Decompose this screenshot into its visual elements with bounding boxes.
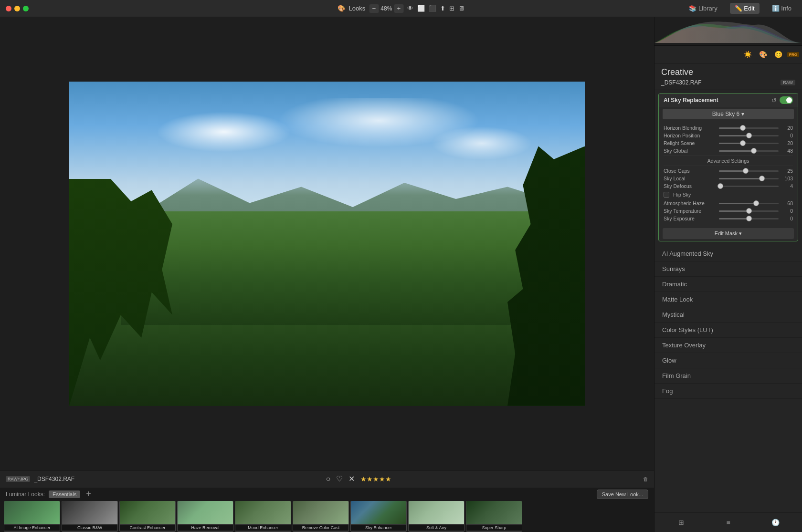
slider-thumb-sky-local[interactable] <box>759 176 765 181</box>
panel-raw-badge: RAW <box>781 80 795 85</box>
foreground-trees-left <box>69 179 172 406</box>
slider-track-sky-local[interactable] <box>719 178 779 179</box>
slider-value-sky-temperature: 0 <box>781 208 793 214</box>
filmstrip-area: RAW+JPG _DSF4302.RAF ○ ♡ ✕ ★★★★★ 🗑 Lumin… <box>0 470 654 532</box>
eye-icon[interactable]: 👁 <box>407 5 413 12</box>
section-list-item-sunrays[interactable]: Sunrays <box>654 261 802 277</box>
slider-fill-atmospheric-haze <box>719 203 756 204</box>
histogram <box>654 17 802 46</box>
slider-track-sky-defocus[interactable] <box>719 186 779 187</box>
minimize-button[interactable] <box>14 6 20 11</box>
add-looks-button[interactable]: + <box>84 489 93 499</box>
filmstrip-meta-left: RAW+JPG _DSF4302.RAF <box>6 476 74 482</box>
trash-icon[interactable]: 🗑 <box>643 476 648 482</box>
slider-value-sky-defocus: 4 <box>781 183 793 189</box>
filmstrip-item-remove-color-cast[interactable]: Remove Color Cast <box>293 501 349 532</box>
slider-track-relight-scene[interactable] <box>719 143 779 144</box>
history-icon-btn[interactable]: 🕐 <box>769 516 782 529</box>
filmstrip-thumb-bw <box>62 501 117 524</box>
slider-close-gaps: Close Gaps 25 <box>664 168 793 174</box>
maximize-button[interactable] <box>23 6 29 11</box>
slider-thumb-horizon-position[interactable] <box>746 133 752 138</box>
filmstrip-item-ai-image-enhancer[interactable]: AI Image Enhancer <box>4 501 60 532</box>
filmstrip-label-5: Remove Color Cast <box>293 525 348 531</box>
slider-thumb-sky-defocus[interactable] <box>718 183 723 189</box>
zoom-out-button[interactable]: − <box>369 4 379 13</box>
sliders-icon-btn[interactable]: ≡ <box>722 516 735 529</box>
section-list-item-fog[interactable]: Fog <box>654 384 802 399</box>
filmstrip-label-2: Contrast Enhancer <box>120 525 175 531</box>
tab-library[interactable]: 📚 Library <box>684 3 722 14</box>
sky-toggle-button[interactable] <box>780 96 793 104</box>
x-icon[interactable]: ✕ <box>348 474 355 483</box>
filmstrip-thumb-7 <box>409 501 464 524</box>
titlebar-right: 📚 Library ✏️ Edit ℹ️ Info <box>684 3 796 14</box>
titlebar: 🎨 Looks − 48% + 👁 ⬜ ⬛ ⬆ ⊞ 🖥 📚 Library ✏️… <box>0 0 802 17</box>
section-list-item-mystical[interactable]: Mystical <box>654 307 802 323</box>
heart-icon[interactable]: ♡ <box>336 474 343 483</box>
sky-panel-icons: ↺ <box>771 96 793 104</box>
zoom-in-button[interactable]: + <box>394 4 403 13</box>
filmstrip-item-super-sharp[interactable]: Super Sharp <box>466 501 522 532</box>
slider-sky-global: Sky Global 48 <box>664 148 793 154</box>
slider-thumb-close-gaps[interactable] <box>743 168 749 174</box>
slider-track-sky-exposure[interactable] <box>719 218 779 219</box>
tab-info[interactable]: ℹ️ Info <box>767 3 796 14</box>
section-list-item-color-styles[interactable]: Color Styles (LUT) <box>654 323 802 338</box>
slider-track-close-gaps[interactable] <box>719 170 779 172</box>
sun-icon-btn[interactable]: ☀️ <box>741 48 755 61</box>
slider-track-horizon-blending[interactable] <box>719 127 779 129</box>
fullscreen-icon[interactable]: ⬛ <box>429 5 436 12</box>
tab-edit[interactable]: ✏️ Edit <box>730 3 760 14</box>
filmstrip-item-mood-enhancer[interactable]: Mood Enhancer <box>235 501 291 532</box>
slider-value-close-gaps: 25 <box>781 168 793 174</box>
zoom-controls[interactable]: − 48% + <box>369 4 403 13</box>
compare-icon[interactable]: ⬜ <box>417 5 425 12</box>
filmstrip-scroll[interactable]: AI Image Enhancer Classic B&W Contrast E… <box>0 501 654 532</box>
grid-icon[interactable]: ⊞ <box>449 5 454 12</box>
filmstrip-item-soft-airy[interactable]: Soft & Airy <box>408 501 464 532</box>
section-list-item-film-grain[interactable]: Film Grain <box>654 368 802 384</box>
sky-preset-dropdown[interactable]: Blue Sky 6 ▾ <box>663 109 794 119</box>
panel-filename: _DSF4302.RAF <box>661 79 702 86</box>
slider-track-atmospheric-haze[interactable] <box>719 203 779 204</box>
essentials-tab[interactable]: Essentials <box>49 490 80 498</box>
edit-mask-button[interactable]: Edit Mask ▾ <box>663 228 794 239</box>
face-icon-btn[interactable]: 😊 <box>772 48 785 61</box>
star-rating[interactable]: ★★★★★ <box>360 475 391 483</box>
sky-panel: AI Sky Replacement ↺ Blue Sky 6 ▾ Horizo… <box>658 93 798 241</box>
sky-reset-button[interactable]: ↺ <box>771 97 777 104</box>
slider-track-sky-temperature[interactable] <box>719 210 779 212</box>
monitor-icon[interactable]: 🖥 <box>458 5 464 12</box>
filmstrip-thumb-5 <box>293 501 348 524</box>
section-list-item-augmented-sky[interactable]: AI Augmented Sky <box>654 246 802 261</box>
section-list-item-glow[interactable]: Glow <box>654 353 802 368</box>
slider-thumb-horizon-blending[interactable] <box>740 125 746 131</box>
slider-sky-exposure: Sky Exposure 0 <box>664 216 793 221</box>
filmstrip-item-haze-removal[interactable]: Haze Removal <box>177 501 233 532</box>
filmstrip-item-contrast-enhancer[interactable]: Contrast Enhancer <box>119 501 176 532</box>
slider-track-sky-global[interactable] <box>719 150 779 152</box>
share-icon[interactable]: ⬆ <box>440 5 445 12</box>
slider-thumb-atmospheric-haze[interactable] <box>753 200 759 206</box>
filmstrip-meta-right[interactable]: 🗑 <box>643 476 648 482</box>
filmstrip-item-sky-enhancer[interactable]: Sky Enhancer <box>350 501 407 532</box>
flip-sky-checkbox[interactable] <box>664 192 669 198</box>
palette-icon-btn[interactable]: 🎨 <box>757 48 770 61</box>
save-look-button[interactable]: Save New Look... <box>597 490 648 499</box>
advanced-settings-toggle[interactable]: Advanced Settings <box>664 156 793 166</box>
slider-thumb-sky-global[interactable] <box>751 148 757 154</box>
slider-thumb-relight-scene[interactable] <box>740 140 746 146</box>
section-list-item-dramatic[interactable]: Dramatic <box>654 277 802 292</box>
filmstrip-item-classic-bw[interactable]: Classic B&W <box>62 501 118 532</box>
sky-panel-header: AI Sky Replacement ↺ <box>659 94 798 107</box>
section-list-item-texture-overlay[interactable]: Texture Overlay <box>654 338 802 353</box>
slider-thumb-sky-temperature[interactable] <box>746 208 752 214</box>
slider-track-horizon-position[interactable] <box>719 135 779 136</box>
traffic-lights <box>6 6 29 11</box>
close-button[interactable] <box>6 6 11 11</box>
slider-thumb-sky-exposure[interactable] <box>746 216 752 221</box>
section-list-item-matte-look[interactable]: Matte Look <box>654 292 802 307</box>
advanced-settings-label: Advanced Settings <box>707 158 749 164</box>
layers-icon-btn[interactable]: ⊞ <box>675 516 688 529</box>
